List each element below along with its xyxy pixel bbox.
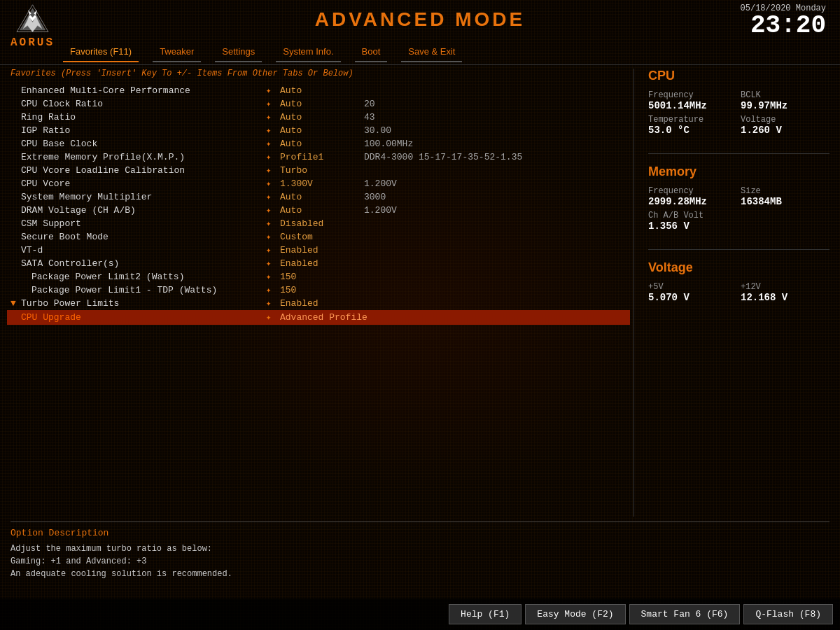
header: ADVANCED MODE 05/18/2020 Monday 23:20 (0, 0, 840, 38)
star-icon-8: ✦ (266, 192, 274, 202)
setting-extra-9: 1.200V (364, 205, 397, 216)
setting-name-1: CPU Clock Ratio (21, 99, 266, 109)
setting-value-7: 1.300V (280, 178, 364, 189)
setting-name-3: IGP Ratio (21, 125, 266, 136)
setting-value-0: Auto (280, 85, 364, 96)
setting-row-2[interactable]: Ring Ratio✦Auto43 (10, 111, 626, 124)
divider-1 (648, 153, 830, 154)
setting-row-8[interactable]: System Memory Multiplier✦Auto3000 (10, 190, 626, 204)
setting-row-1[interactable]: CPU Clock Ratio✦Auto20 (10, 97, 626, 111)
setting-value-17: Advanced Profile (280, 312, 368, 323)
info-panel: CPU Frequency 5001.14MHz BCLK 99.97MHz T… (634, 69, 830, 517)
setting-name-2: Ring Ratio (21, 112, 266, 122)
setting-row-10[interactable]: CSM Support✦Disabled (10, 217, 626, 230)
option-desc-title: Option Description (10, 528, 830, 538)
setting-name-5: Extreme Memory Profile(X.M.P.) (21, 152, 266, 162)
setting-value-1: Auto (280, 99, 364, 109)
setting-value-8: Auto (280, 192, 364, 202)
arrow-icon-16: ▼ (10, 298, 19, 309)
v5-value: 5.070 V (648, 292, 737, 303)
settings-panel: Favorites (Press 'Insert' Key To +/- Ite… (10, 69, 634, 517)
mem-chvolt-value: 1.356 V (648, 220, 830, 232)
setting-value-15: 150 (280, 285, 364, 295)
v12-value: 12.168 V (741, 292, 830, 303)
divider-2 (648, 249, 830, 250)
setting-value-11: Custom (280, 232, 364, 242)
star-icon-2: ✦ (266, 112, 274, 122)
mem-freq-label: Frequency (648, 186, 737, 196)
star-icon-17: ✦ (266, 312, 274, 323)
cpu-bclk-value: 99.97MHz (741, 100, 830, 111)
star-icon-0: ✦ (266, 85, 274, 96)
setting-extra-8: 3000 (364, 192, 386, 202)
tab-favorites[interactable]: Favorites (F11) (56, 43, 146, 60)
setting-name-15: Package Power Limit1 - TDP (Watts) (21, 285, 266, 295)
setting-row-6[interactable]: CPU Vcore Loadline Calibration✦Turbo (10, 164, 626, 177)
setting-row-3[interactable]: IGP Ratio✦Auto30.00 (10, 124, 626, 137)
setting-value-16: Enabled (280, 298, 364, 309)
setting-row-7[interactable]: CPU Vcore✦1.300V1.200V (10, 177, 626, 190)
setting-value-13: Enabled (280, 258, 364, 269)
setting-name-0: Enhanced Multi-Core Performance (21, 85, 266, 96)
star-icon-6: ✦ (266, 165, 274, 176)
voltage-section: Voltage +5V 5.070 V +12V 12.168 V (648, 260, 830, 303)
main-content: Favorites (Press 'Insert' Key To +/- Ite… (0, 65, 840, 520)
mem-freq-value: 2999.28MHz (648, 196, 737, 207)
option-desc-text: Adjust the maximum turbo ratio as below:… (10, 542, 830, 580)
setting-row-0[interactable]: Enhanced Multi-Core Performance✦Auto (10, 84, 626, 97)
setting-row-9[interactable]: DRAM Voltage (CH A/B)✦Auto1.200V (10, 204, 626, 217)
star-icon-15: ✦ (266, 285, 274, 295)
setting-value-10: Disabled (280, 218, 364, 229)
star-icon-11: ✦ (266, 232, 274, 242)
tab-sysinfo[interactable]: System Info. (269, 43, 347, 60)
star-icon-1: ✦ (266, 99, 274, 109)
setting-name-16: Turbo Power Limits (21, 298, 266, 309)
mem-chvolt-area: Ch A/B Volt 1.356 V (648, 211, 830, 232)
tab-boot[interactable]: Boot (348, 43, 395, 60)
smart-fan-button[interactable]: Smart Fan 6 (F6) (629, 604, 741, 624)
setting-value-12: Enabled (280, 245, 364, 255)
favorites-header: Favorites (Press 'Insert' Key To +/- Ite… (10, 69, 626, 78)
setting-extra-3: 30.00 (364, 125, 391, 136)
setting-row-17[interactable]: CPU Upgrade✦Advanced Profile (7, 310, 630, 325)
cpu-temp-value: 53.0 °C (648, 125, 737, 136)
setting-value-14: 150 (280, 272, 364, 282)
setting-row-11[interactable]: Secure Boot Mode✦Custom (10, 230, 626, 244)
setting-name-17: CPU Upgrade (21, 312, 266, 323)
memory-info-grid: Frequency 2999.28MHz Size 16384MB (648, 186, 830, 207)
tab-save-exit[interactable]: Save & Exit (394, 43, 469, 60)
setting-row-12[interactable]: VT-d✦Enabled (10, 244, 626, 257)
star-icon-10: ✦ (266, 218, 274, 229)
setting-name-10: CSM Support (21, 218, 266, 229)
setting-value-6: Turbo (280, 165, 364, 176)
star-icon-13: ✦ (266, 258, 274, 269)
easy-mode-button[interactable]: Easy Mode (F2) (525, 604, 625, 624)
option-desc-area: Option Description Adjust the maximum tu… (10, 522, 830, 598)
setting-row-4[interactable]: CPU Base Clock✦Auto100.00MHz (10, 137, 626, 150)
tab-settings[interactable]: Settings (208, 43, 269, 60)
setting-value-3: Auto (280, 125, 364, 136)
cpu-info-grid: Frequency 5001.14MHz BCLK 99.97MHz Tempe… (648, 90, 830, 136)
help-button[interactable]: Help (F1) (449, 604, 522, 624)
setting-row-5[interactable]: Extreme Memory Profile(X.M.P.)✦Profile1D… (10, 150, 626, 164)
setting-extra-7: 1.200V (364, 178, 397, 189)
star-icon-12: ✦ (266, 245, 274, 255)
setting-name-14: Package Power Limit2 (Watts) (21, 272, 266, 282)
setting-row-15[interactable]: Package Power Limit1 - TDP (Watts)✦150 (10, 284, 626, 297)
tab-tweaker[interactable]: Tweaker (146, 43, 208, 60)
star-icon-9: ✦ (266, 205, 274, 216)
cpu-title: CPU (648, 69, 830, 83)
setting-value-2: Auto (280, 112, 364, 122)
bottom-bar: Help (F1) Easy Mode (F2) Smart Fan 6 (F6… (0, 598, 840, 630)
setting-row-13[interactable]: SATA Controller(s)✦Enabled (10, 257, 626, 270)
qflash-button[interactable]: Q-Flash (F8) (743, 604, 833, 624)
setting-name-4: CPU Base Clock (21, 139, 266, 149)
setting-row-16[interactable]: ▼Turbo Power Limits✦Enabled (10, 297, 626, 310)
setting-row-14[interactable]: Package Power Limit2 (Watts)✦150 (10, 270, 626, 284)
setting-name-7: CPU Vcore (21, 178, 266, 189)
star-icon-7: ✦ (266, 178, 274, 189)
setting-name-6: CPU Vcore Loadline Calibration (21, 165, 266, 176)
cpu-volt-label: Voltage (741, 115, 830, 125)
cpu-freq-value: 5001.14MHz (648, 100, 737, 111)
cpu-freq-label: Frequency (648, 90, 737, 100)
